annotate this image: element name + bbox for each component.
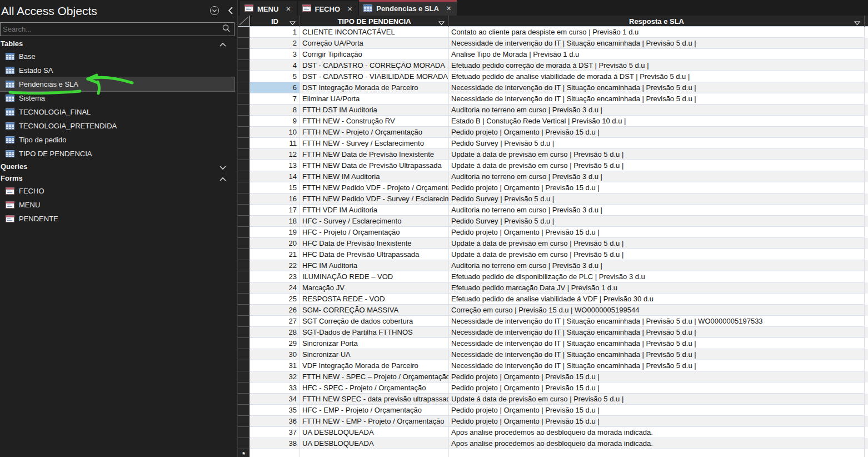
cell-resposta[interactable]: Necessidade de intervenção do IT | Situa… — [449, 316, 865, 327]
sidebar-item-fecho[interactable]: FECHO — [0, 184, 238, 198]
row-selector[interactable] — [238, 260, 250, 271]
row-selector[interactable] — [238, 171, 250, 182]
cell-tipo[interactable]: DST - CADASTRO - VIABILIDADE MORADA — [300, 71, 449, 82]
cell-tipo[interactable]: Marcação JV — [300, 282, 449, 294]
cell-tipo[interactable]: HFC Data de Previsão Inexistente — [300, 238, 449, 249]
cell-tipo[interactable]: HFC IM Auditoria — [300, 260, 449, 271]
tab-fecho[interactable]: FECHO✕ — [298, 1, 358, 16]
cell-tipo[interactable]: FTTH NEW - Construção RV — [300, 116, 449, 127]
cell-id[interactable]: 29 — [250, 338, 300, 349]
cell-resposta[interactable]: Necessidade de intervenção do IT | Situa… — [449, 349, 865, 360]
cell-id[interactable]: 32 — [250, 371, 300, 383]
cell-resposta[interactable]: Efetuado pedido de analise viabilidade d… — [449, 71, 865, 82]
cell-id[interactable]: 28 — [250, 327, 300, 338]
cell-resposta[interactable]: Necessidade de intervenção do IT | Situa… — [449, 38, 865, 49]
cell-tipo[interactable]: UA DESBLOQUEADA — [300, 427, 449, 438]
cell-tipo[interactable]: FTTH NEW - Survey / Esclarecimento — [300, 138, 449, 149]
cell-resposta[interactable]: Pedido projeto | Orçamento | Previsão 15… — [449, 416, 865, 427]
cell-tipo[interactable]: FTTH NEW Data de Previsão Ultrapassada — [300, 160, 449, 171]
row-selector[interactable] — [238, 316, 250, 327]
cell-resposta[interactable]: Necessidade de intervenção do IT | Situa… — [449, 93, 865, 105]
cell-resposta[interactable]: Contato ao cliente para despiste em curs… — [449, 27, 865, 38]
new-record-selector[interactable]: * — [238, 449, 250, 457]
cell-resposta[interactable]: Efetuado pedido correção de morada á DST… — [449, 60, 865, 71]
cell-resposta[interactable]: Necessidade de intervenção do IT | Situa… — [449, 360, 865, 371]
chevron-up-icon[interactable] — [219, 175, 227, 185]
shutter-bar-collapse-icon[interactable] — [227, 6, 233, 17]
row-selector[interactable] — [238, 127, 250, 138]
row-selector[interactable] — [238, 138, 250, 149]
cell-id[interactable]: 5 — [250, 71, 300, 82]
cell-id[interactable]: 30 — [250, 349, 300, 360]
cell-tipo[interactable]: DST Integração Morada de Parceiro — [300, 82, 449, 93]
row-selector[interactable] — [238, 93, 250, 105]
cell-resposta[interactable]: Pedido Survey | Previsão 5 d.u | — [449, 193, 865, 205]
row-selector[interactable] — [238, 182, 250, 193]
cell-resposta[interactable]: Update á data de previsão em curso | Pre… — [449, 149, 865, 160]
cell-resposta[interactable]: Pedido projeto | Orçamento | Previsão 15… — [449, 127, 865, 138]
cell-resposta[interactable]: Efetuado pedido de disponibilização de P… — [449, 271, 865, 282]
cell-id[interactable]: 27 — [250, 316, 300, 327]
cell-id[interactable]: 1 — [250, 27, 300, 38]
cell-tipo[interactable]: FTTH VDF IM Auditoria — [300, 205, 449, 216]
cell-id[interactable]: 4 — [250, 60, 300, 71]
cell-resposta[interactable]: Pedido projeto | Orçamento | Previsão 15… — [449, 405, 865, 416]
cell-id[interactable]: 15 — [250, 182, 300, 193]
row-selector[interactable] — [238, 271, 250, 282]
cell-tipo[interactable]: Correção UA/Porta — [300, 38, 449, 49]
cell-resposta[interactable]: Pedido Survey | Previsão 5 d.u | — [449, 138, 865, 149]
sidebar-group-forms[interactable]: Forms — [0, 172, 238, 184]
cell-resposta[interactable]: Auditoria no terreno em curso | Previsão… — [449, 171, 865, 182]
sidebar-item-base[interactable]: Base — [0, 49, 238, 63]
cell-id[interactable]: 33 — [250, 383, 300, 394]
column-header-resposta[interactable]: Resposta e SLA — [449, 16, 865, 27]
cell-resposta[interactable]: Apos analise procedemos ao desbloqueio d… — [449, 438, 865, 449]
cell-id[interactable]: 36 — [250, 416, 300, 427]
cell-tipo[interactable]: FTTH NEW SPEC - data previsão ultrapassa… — [300, 394, 449, 405]
row-selector[interactable] — [238, 227, 250, 238]
row-selector[interactable] — [238, 193, 250, 205]
chevron-down-icon[interactable] — [219, 163, 227, 173]
close-icon[interactable]: ✕ — [286, 6, 291, 13]
close-icon[interactable]: ✕ — [347, 6, 352, 13]
row-selector[interactable] — [238, 249, 250, 260]
filter-dropdown-icon[interactable] — [854, 19, 860, 27]
filter-dropdown-icon[interactable] — [290, 19, 296, 27]
sidebar-item-tipo-de-pendencia[interactable]: TIPO DE PENDENCIA — [0, 147, 238, 161]
cell-tipo[interactable]: SGT Correção de dados cobertura — [300, 316, 449, 327]
row-selector[interactable] — [238, 38, 250, 49]
cell-id[interactable]: 9 — [250, 116, 300, 127]
cell-id[interactable]: 6 — [250, 82, 300, 93]
cell-id[interactable] — [250, 449, 300, 457]
cell-resposta[interactable]: Apos analise procedemos ao desbloqueio d… — [449, 427, 865, 438]
cell-tipo[interactable]: FTTH NEW IM Auditoria — [300, 171, 449, 182]
cell-tipo[interactable]: FTTH NEW Pedido VDF - Survey / Esclareci… — [300, 193, 449, 205]
row-selector[interactable] — [238, 294, 250, 305]
cell-tipo[interactable]: Sincronizar UA — [300, 349, 449, 360]
cell-id[interactable]: 17 — [250, 205, 300, 216]
cell-tipo[interactable]: HFC - Survey / Esclarecimento — [300, 216, 449, 227]
tab-menu[interactable]: MENU✕ — [240, 1, 297, 16]
cell-id[interactable]: 19 — [250, 227, 300, 238]
cell-resposta[interactable]: Auditoria no terreno em curso | Previsão… — [449, 260, 865, 271]
row-selector[interactable] — [238, 327, 250, 338]
cell-id[interactable]: 3 — [250, 49, 300, 60]
row-selector[interactable] — [238, 71, 250, 82]
chevron-up-icon[interactable] — [219, 40, 227, 50]
row-selector[interactable] — [238, 360, 250, 371]
row-selector[interactable] — [238, 160, 250, 171]
cell-id[interactable]: 34 — [250, 394, 300, 405]
cell-resposta[interactable]: Update á data de previsão em curso | Pre… — [449, 249, 865, 260]
cell-resposta[interactable]: Pedido projeto | Orçamento | Previsão 15… — [449, 371, 865, 383]
cell-resposta[interactable]: Auditoria no terreno em curso | Previsão… — [449, 205, 865, 216]
search-input[interactable] — [1, 25, 222, 33]
row-selector[interactable] — [238, 105, 250, 116]
cell-tipo[interactable]: HFC Data de Previsão Ultrapassada — [300, 249, 449, 260]
row-selector[interactable] — [238, 82, 250, 93]
row-selector[interactable] — [238, 216, 250, 227]
cell-resposta[interactable] — [449, 449, 865, 457]
cell-resposta[interactable]: Pedido projeto | Orçamento | Previsão 15… — [449, 383, 865, 394]
cell-tipo[interactable]: SGT-Dados de Partilha FTTHNOS — [300, 327, 449, 338]
cell-id[interactable]: 12 — [250, 149, 300, 160]
select-all-corner[interactable] — [238, 16, 250, 26]
